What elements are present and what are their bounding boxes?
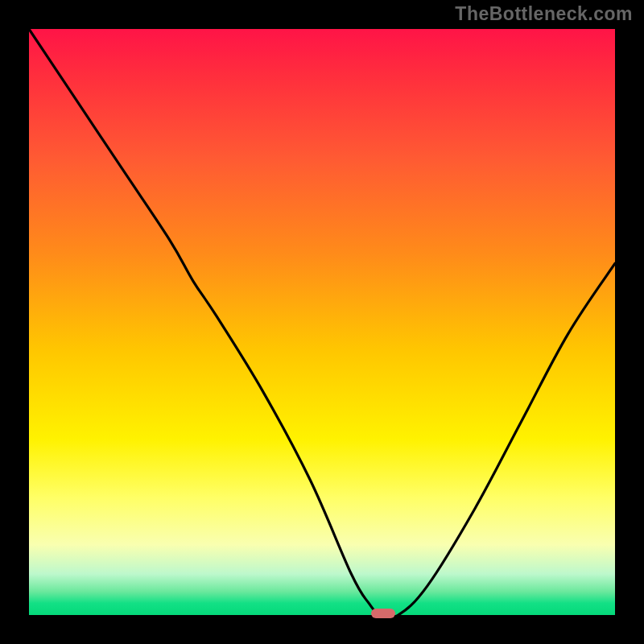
plot-area xyxy=(29,29,615,615)
watermark-text: TheBottleneck.com xyxy=(455,3,633,25)
chart-frame: TheBottleneck.com xyxy=(0,0,644,644)
optimal-marker xyxy=(371,609,395,618)
bottleneck-curve xyxy=(29,29,615,615)
